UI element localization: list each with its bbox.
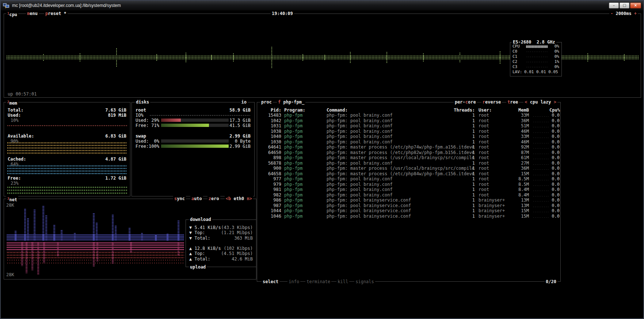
proc-cell-thr: 1 [453, 176, 475, 181]
process-row[interactable]: 1030php-fpmphp-fpm: pool brainy.conf1roo… [257, 139, 560, 145]
proc-cell-cpuv: 0.0 [549, 166, 560, 171]
core-row: C0 0% [512, 49, 559, 54]
proc-cell-memv: 13M [512, 203, 529, 208]
proc-cell-pid: 1044 [260, 208, 281, 213]
core-graph [526, 56, 548, 58]
proc-cell-prog: php-fpm [284, 182, 303, 187]
proc-cell-cmd: php-fpm: master process (/usr/local/brai… [327, 155, 475, 160]
process-row[interactable]: 1044php-fpmphp-fpm: pool brainyservice.c… [257, 208, 560, 213]
cpu-row-pct: 0% [550, 44, 559, 49]
iface-next-arrow[interactable]: n> [247, 196, 252, 201]
proc-cell-memv: 15M [512, 214, 529, 219]
proc-cell-memv: 36M [512, 118, 529, 123]
process-row[interactable]: 900php-fpmphp-fpm: master process (/usr/… [257, 166, 560, 171]
proc-cell-cmd: php-fpm: pool brainy.conf [327, 182, 393, 187]
window-controls: – □ × [609, 3, 641, 8]
mem-total-label: Total: [8, 108, 23, 113]
proc-cell-pid: 64658 [260, 171, 281, 176]
process-row[interactable]: 64658php-fpmphp-fpm: master process (/et… [257, 171, 560, 176]
cpu-graph-spike [185, 52, 187, 63]
cpu-graph-spike [350, 52, 351, 63]
proc-cell-usr: root [479, 155, 512, 160]
proc-cell-thr: 1 [453, 123, 475, 128]
proc-cell-thr: 1 [453, 187, 475, 192]
terminate-button[interactable]: terminate [305, 279, 331, 284]
signals-button[interactable]: signals [354, 279, 375, 284]
process-row[interactable]: 15483php-fpmphp-fpm: pool brainy.conf1ro… [257, 113, 560, 118]
titlebar[interactable]: mc [root@ub24.itdeveloper.com.ua]:/lib/s… [1, 1, 643, 11]
net-download-column [74, 233, 76, 241]
mem-cached-meter [7, 165, 127, 175]
upload-top-row: ▲ Top:(4.51 Mibps) [189, 251, 253, 256]
net-upload-column [93, 242, 95, 267]
kill-button[interactable]: kill [336, 279, 349, 284]
disks-panel: disks io root 58.9 GiB IO% Used: 29% 17.… [132, 102, 255, 196]
process-row[interactable]: 979php-fpmphp-fpm: pool brainy.conf1root… [257, 182, 560, 187]
process-row[interactable]: 1031php-fpmphp-fpm: pool brainy.conf1roo… [257, 123, 560, 128]
proc-cell-usr: root [479, 182, 512, 187]
proc-cell-thr: 1 [453, 182, 475, 187]
disk-root-size: 58.9 GiB [229, 108, 251, 113]
minimize-button[interactable]: – [609, 3, 619, 8]
process-row[interactable]: 1042php-fpmphp-fpm: pool brainy.conf1roo… [257, 118, 560, 123]
proc-cell-prog: php-fpm [284, 129, 303, 134]
proc-cell-cmd: php-fpm: pool brainy.conf [327, 139, 393, 145]
net-box-title[interactable]: 3net [6, 196, 18, 202]
mem-title-text: mem [9, 101, 17, 106]
process-row[interactable]: 977php-fpmphp-fpm: pool brainy.conf1root… [257, 176, 560, 181]
proc-cell-cpuv: 0.0 [549, 198, 560, 203]
disk-io-graph [149, 115, 251, 116]
net-download-column [167, 233, 168, 241]
proc-cell-usr: brainyser+ [479, 208, 512, 213]
proc-cell-prog: php-fpm [284, 208, 303, 213]
net-interface-selector[interactable]: <b eth0 n> [225, 196, 253, 201]
net-auto-toggle[interactable]: auto [190, 196, 203, 201]
process-row[interactable]: 1038php-fpmphp-fpm: pool brainy.conf1roo… [257, 129, 560, 134]
proc-mem-graph [533, 174, 549, 176]
proc-cell-pid: 64650 [260, 150, 281, 155]
download-total-row: ▼ Total:363 MiB [189, 236, 253, 241]
process-row[interactable]: 987php-fpmphp-fpm: pool brainyservice.co… [257, 203, 560, 208]
info-button[interactable]: info [287, 279, 300, 284]
iface-prev-arrow[interactable]: <b [226, 196, 231, 201]
mem-panel: 2mem Total: 7.63 GiB Used: 819 MiB 10% A… [4, 102, 130, 196]
process-row[interactable]: 1046php-fpmphp-fpm: pool brainyservice.c… [257, 214, 560, 219]
proc-cell-pid: 986 [260, 198, 281, 203]
close-button[interactable]: × [630, 3, 641, 8]
proc-cell-pid: 987 [260, 203, 281, 208]
cpu-panel: 1cpu menu preset * 19:40:09 -2000ms+ E5-… [4, 14, 641, 98]
proc-cell-prog: php-fpm [284, 192, 303, 198]
proc-mem-graph [533, 185, 549, 187]
proc-cell-memv: 13M [512, 198, 529, 203]
disk-free-fill [161, 124, 209, 127]
disk-free-label: Free: 71% [136, 123, 159, 128]
process-row[interactable]: 982php-fpmphp-fpm: pool brainy.conf1root… [257, 192, 560, 198]
zero-hotkey: z [209, 196, 211, 201]
mem-box-title[interactable]: 2mem [6, 100, 18, 106]
proc-cell-usr: root [479, 123, 512, 128]
process-row[interactable]: 898php-fpmphp-fpm: master process (/usr/… [257, 155, 560, 160]
maximize-button[interactable]: □ [620, 3, 629, 8]
proc-cell-cmd: php-fpm: master process (/etc/php74w/php… [327, 145, 475, 150]
process-row[interactable]: 64641php-fpmphp-fpm: master process (/et… [257, 145, 560, 150]
process-row[interactable]: 64650php-fpmphp-fpm: master process (/et… [257, 150, 560, 155]
proc-cell-usr: root [479, 187, 512, 192]
cpu-graph-spike [459, 52, 461, 63]
process-row[interactable]: 56878php-fpmphp-fpm: pool brainy.conf1ro… [257, 161, 560, 166]
proc-cell-cmd: php-fpm: pool brainy.conf [327, 161, 393, 166]
proc-cell-usr: root [479, 129, 512, 134]
process-row[interactable]: 1040php-fpmphp-fpm: pool brainy.conf1roo… [257, 134, 560, 139]
proc-mem-graph [533, 147, 549, 149]
proc-cell-thr: 1 [453, 139, 475, 145]
process-row[interactable]: 986php-fpmphp-fpm: pool brainyservice.co… [257, 198, 560, 203]
select-button[interactable]: select [262, 279, 279, 284]
proc-cell-pid: 981 [260, 187, 281, 192]
net-upload-column [178, 242, 179, 256]
process-row[interactable]: 981php-fpmphp-fpm: pool brainy.conf1root… [257, 187, 560, 192]
net-zero-toggle[interactable]: zero [207, 196, 220, 201]
proc-cell-memv: 15M [512, 171, 529, 176]
net-sync-toggle[interactable]: sync [173, 196, 186, 201]
proc-mem-graph [533, 142, 549, 144]
proc-cell-prog: php-fpm [284, 198, 303, 203]
disks-io-corner[interactable]: io [240, 100, 248, 105]
